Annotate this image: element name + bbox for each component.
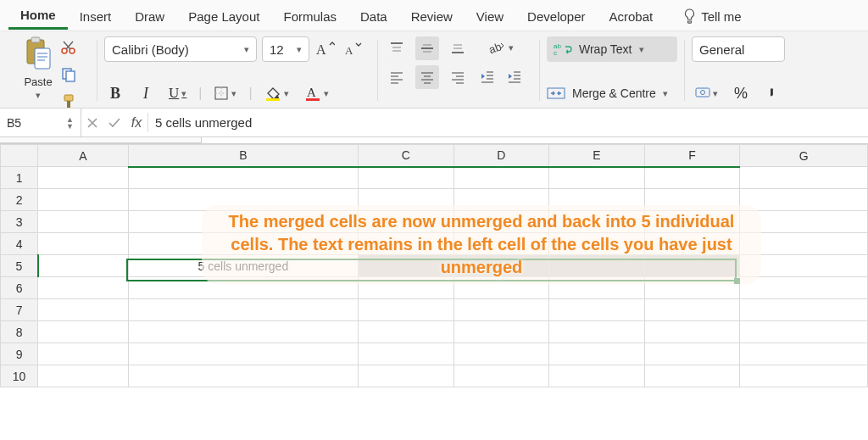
underline-label: U bbox=[169, 85, 179, 102]
format-painter-button[interactable] bbox=[58, 91, 80, 113]
align-right-button[interactable] bbox=[446, 65, 470, 89]
close-icon bbox=[86, 117, 98, 129]
chevron-down-icon: ▾ bbox=[509, 42, 514, 53]
increase-indent-icon bbox=[507, 69, 522, 84]
svg-rect-11 bbox=[67, 101, 70, 108]
annotation-callout: The merged cells are now unmerged and ba… bbox=[202, 205, 761, 284]
svg-text:ab: ab bbox=[489, 40, 503, 55]
chevron-down-icon: ▾ bbox=[639, 44, 644, 55]
row-header-8[interactable]: 8 bbox=[1, 321, 38, 343]
align-left-button[interactable] bbox=[385, 65, 409, 89]
chevron-down-icon: ▾ bbox=[244, 44, 249, 55]
align-top-button[interactable] bbox=[385, 36, 409, 60]
paint-bucket-icon bbox=[264, 85, 281, 102]
font-name-value: Calibri (Body) bbox=[112, 42, 189, 57]
align-top-icon bbox=[389, 41, 404, 56]
increase-font-button[interactable]: A bbox=[314, 38, 337, 60]
col-header-B[interactable]: B bbox=[128, 145, 358, 167]
tab-acrobat[interactable]: Acrobat bbox=[597, 3, 665, 29]
align-middle-button[interactable] bbox=[415, 36, 439, 60]
wrap-text-icon: abc bbox=[554, 42, 572, 57]
col-header-G[interactable]: G bbox=[740, 145, 868, 167]
group-number: General ▾ % י bbox=[685, 35, 863, 106]
check-icon bbox=[108, 117, 121, 129]
align-bottom-button[interactable] bbox=[446, 36, 470, 60]
row-header-2[interactable]: 2 bbox=[1, 189, 38, 211]
col-header-A[interactable]: A bbox=[38, 145, 129, 167]
underline-button[interactable]: U▾ bbox=[165, 82, 190, 104]
formula-bar: B5 ▲▼ fx 5 cells unmerged bbox=[0, 109, 868, 137]
col-header-E[interactable]: E bbox=[549, 145, 645, 167]
copy-button[interactable] bbox=[58, 64, 80, 86]
sheet-handle bbox=[0, 137, 868, 144]
percent-button[interactable]: % bbox=[730, 82, 752, 104]
svg-text:A: A bbox=[345, 44, 353, 57]
tab-formulas[interactable]: Formulas bbox=[271, 3, 348, 29]
tab-review[interactable]: Review bbox=[399, 3, 465, 29]
svg-text:c: c bbox=[554, 49, 557, 57]
font-name-select[interactable]: Calibri (Body)▾ bbox=[104, 36, 257, 62]
increase-font-icon: A bbox=[316, 41, 335, 58]
orientation-button[interactable]: ab ▾ bbox=[476, 36, 526, 58]
chevron-down-icon: ▾ bbox=[181, 88, 186, 99]
cut-button[interactable] bbox=[58, 36, 80, 58]
comma-style-button[interactable]: י bbox=[760, 82, 782, 104]
row-header-3[interactable]: 3 bbox=[1, 211, 38, 233]
tab-view[interactable]: View bbox=[465, 3, 515, 29]
worksheet-grid[interactable]: A B C D E F G 1 2 3 4 5 5 cells unmerged… bbox=[0, 144, 868, 387]
fill-color-button[interactable]: ▾ bbox=[261, 82, 292, 104]
tab-page-layout[interactable]: Page Layout bbox=[176, 3, 271, 29]
row-header-1[interactable]: 1 bbox=[1, 167, 38, 189]
cancel-formula-button[interactable] bbox=[81, 109, 103, 136]
italic-button[interactable]: I bbox=[135, 82, 157, 104]
currency-icon bbox=[695, 86, 710, 100]
tab-insert[interactable]: Insert bbox=[68, 3, 124, 29]
bold-button[interactable]: B bbox=[104, 82, 126, 104]
tell-me-search[interactable]: Tell me bbox=[671, 2, 754, 29]
decrease-font-button[interactable]: A bbox=[342, 38, 364, 60]
align-middle-icon bbox=[420, 41, 435, 56]
number-format-value: General bbox=[699, 42, 744, 57]
svg-rect-10 bbox=[64, 95, 73, 101]
tab-draw[interactable]: Draw bbox=[123, 3, 176, 29]
font-color-button[interactable]: A ▾ bbox=[301, 82, 332, 104]
scissors-icon bbox=[60, 39, 77, 56]
wrap-text-button[interactable]: abc Wrap Text ▾ bbox=[547, 36, 677, 62]
svg-rect-2 bbox=[35, 48, 50, 69]
tab-home[interactable]: Home bbox=[8, 1, 68, 30]
font-color-icon: A bbox=[304, 85, 321, 102]
font-size-select[interactable]: 12▾ bbox=[262, 36, 309, 62]
merge-centre-button[interactable]: Merge & Centre ▾ bbox=[547, 82, 677, 104]
name-box-value: B5 bbox=[7, 116, 21, 130]
col-header-C[interactable]: C bbox=[359, 145, 454, 167]
group-alignment: ab ▾ bbox=[378, 35, 539, 106]
tab-data[interactable]: Data bbox=[348, 3, 399, 29]
row-header-9[interactable]: 9 bbox=[1, 343, 38, 365]
increase-indent-button[interactable] bbox=[504, 65, 526, 87]
svg-rect-17 bbox=[266, 98, 280, 101]
row-header-10[interactable]: 10 bbox=[1, 365, 38, 387]
select-all-corner[interactable] bbox=[1, 145, 38, 167]
borders-button[interactable]: ▾ bbox=[210, 82, 240, 104]
tab-developer[interactable]: Developer bbox=[515, 3, 597, 29]
col-header-D[interactable]: D bbox=[453, 145, 549, 167]
row-header-6[interactable]: 6 bbox=[1, 277, 38, 299]
spinner-icon[interactable]: ▲▼ bbox=[66, 116, 74, 130]
svg-rect-19 bbox=[306, 98, 320, 101]
align-center-button[interactable] bbox=[415, 65, 439, 89]
insert-function-button[interactable]: fx bbox=[125, 109, 147, 136]
number-format-select[interactable]: General bbox=[692, 36, 785, 62]
enter-formula-button[interactable] bbox=[103, 109, 125, 136]
row-header-4[interactable]: 4 bbox=[1, 233, 38, 255]
formula-input[interactable]: 5 cells unmerged bbox=[148, 115, 868, 130]
borders-icon bbox=[214, 86, 229, 101]
row-header-5[interactable]: 5 bbox=[1, 255, 38, 277]
svg-rect-1 bbox=[31, 37, 40, 42]
paste-button[interactable]: Paste ▾ bbox=[22, 36, 54, 113]
decrease-indent-button[interactable] bbox=[476, 65, 498, 87]
chevron-down-icon: ▾ bbox=[284, 88, 289, 99]
row-header-7[interactable]: 7 bbox=[1, 299, 38, 321]
col-header-F[interactable]: F bbox=[644, 145, 740, 167]
svg-text:A: A bbox=[316, 42, 326, 57]
accounting-format-button[interactable]: ▾ bbox=[692, 82, 721, 104]
